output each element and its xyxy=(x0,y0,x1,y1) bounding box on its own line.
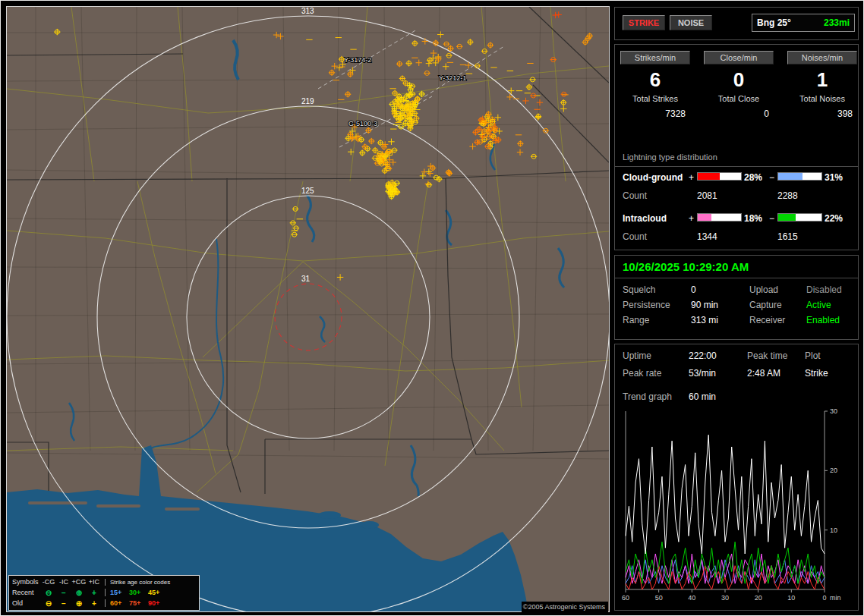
upload-status: Disabled xyxy=(806,284,842,295)
map-legend: Symbols -CG -IC +CG +IC Strike age color… xyxy=(8,575,200,611)
lightning-tracker-window: 31321912531 Y-3174-2Y-3212-1G-5100-3 Sym… xyxy=(0,0,864,616)
cg-plus-bar xyxy=(697,172,742,181)
legend-age-header: Strike age color codes xyxy=(105,579,196,586)
range-value: 313 mi xyxy=(691,315,718,325)
svg-text:10: 10 xyxy=(787,594,795,602)
trend-window-value: 60 min xyxy=(689,391,716,402)
svg-text:0: 0 xyxy=(822,594,826,602)
settings-row: Squelch 0 Upload Disabled xyxy=(615,284,858,297)
circle-minus-icon: ⊖ xyxy=(41,589,56,597)
persistence-label: Persistence xyxy=(623,300,670,310)
count-label: Count xyxy=(623,190,647,201)
plot-value: Strike xyxy=(805,368,828,379)
svg-text:40: 40 xyxy=(688,594,695,602)
svg-text:30: 30 xyxy=(721,594,729,602)
receiver-label: Receiver xyxy=(749,315,785,325)
svg-text:20: 20 xyxy=(755,594,762,602)
uptime-label: Uptime xyxy=(623,350,651,361)
close-per-min-value: 0 xyxy=(704,64,774,92)
total-close-value: 0 xyxy=(704,108,774,119)
ic-plus-pct: 18% xyxy=(744,213,762,224)
noise-mode-button[interactable]: NOISE xyxy=(670,15,712,30)
datetime-display: 10/26/2025 10:29:20 AM xyxy=(623,260,749,273)
svg-text:Y-3174-2: Y-3174-2 xyxy=(344,56,371,64)
ic-plus-count: 1344 xyxy=(697,231,717,242)
svg-text:min: min xyxy=(830,594,841,602)
separator xyxy=(615,278,858,278)
close-column: Close/min 0 Total Close 0 xyxy=(704,50,774,119)
settings-row: Persistence 90 min Capture Active xyxy=(615,300,858,312)
map-container: 31321912531 Y-3174-2Y-3212-1G-5100-3 xyxy=(6,6,610,612)
legend-recent-ages: 15+ 30+ 45+ xyxy=(105,589,167,596)
svg-text:30: 30 xyxy=(830,407,837,415)
age-30: 30+ xyxy=(129,589,148,596)
svg-text:Y-3212-1: Y-3212-1 xyxy=(439,74,466,82)
intracloud-count-row: Count 1344 1615 xyxy=(615,231,858,242)
lightning-map[interactable]: 31321912531 Y-3174-2Y-3212-1G-5100-3 xyxy=(7,7,609,611)
cg-minus-bar-fill xyxy=(778,173,803,180)
svg-text:219: 219 xyxy=(301,97,314,105)
circle-minus-icon: ⊖ xyxy=(41,599,56,608)
svg-text:31: 31 xyxy=(301,275,311,283)
plot-label: Plot xyxy=(805,350,821,361)
peak-rate-value: 53/min xyxy=(689,368,716,379)
intracloud-label: Intracloud xyxy=(623,213,667,224)
strikes-per-min-value: 6 xyxy=(620,64,690,92)
trend-label-row: Trend graph 60 min xyxy=(615,391,858,404)
svg-text:125: 125 xyxy=(301,187,314,195)
cg-plus-pct: 28% xyxy=(744,172,762,183)
legend-recent-row: Recent ⊖ − ⊕ + 15+ 30+ 45+ xyxy=(12,587,196,598)
peak-time-value: 2:48 AM xyxy=(747,368,780,379)
noises-per-min-value: 1 xyxy=(787,64,857,92)
age-75: 75+ xyxy=(129,599,148,607)
plus-icon: + xyxy=(87,599,102,608)
status-row: Peak rate 53/min 2:48 AM Strike xyxy=(615,368,858,380)
settings-panel: 10/26/2025 10:29:20 AM Squelch 0 Upload … xyxy=(614,255,859,340)
ic-minus-count: 1615 xyxy=(777,231,798,242)
legend-symbols-header: Symbols xyxy=(12,578,41,586)
age-90: 90+ xyxy=(148,599,167,607)
bearing-value: Bng 25° xyxy=(757,17,791,28)
cloud-ground-label: Cloud-ground xyxy=(623,172,683,183)
peak-rate-label: Peak rate xyxy=(623,368,661,379)
ic-minus-bar xyxy=(777,213,822,222)
legend-old-row: Old ⊖ − ⊕ + 60+ 75+ 90+ xyxy=(12,598,196,608)
squelch-value: 0 xyxy=(691,284,696,295)
distribution-title: Lightning type distribution xyxy=(623,152,717,162)
trend-graph-label: Trend graph xyxy=(623,391,672,402)
legend-header-row: Symbols -CG -IC +CG +IC Strike age color… xyxy=(12,577,196,587)
status-row: Uptime 222:00 Peak time Plot xyxy=(615,350,858,363)
trend-graph: 1020306050403020100min xyxy=(615,405,859,608)
legend-type-neg-cg: -CG xyxy=(41,578,56,586)
trend-panel: Uptime 222:00 Peak time Plot Peak rate 5… xyxy=(614,344,859,611)
plus-icon: + xyxy=(87,589,102,597)
upload-label: Upload xyxy=(749,284,778,295)
noises-column: Noises/min 1 Total Noises 398 xyxy=(787,50,857,119)
capture-status: Active xyxy=(806,300,831,310)
strike-mode-button[interactable]: STRIKE xyxy=(623,15,665,30)
total-strikes-label: Total Strikes xyxy=(620,94,690,103)
minus-icon: − xyxy=(56,589,71,597)
plus-sign: + xyxy=(689,213,694,224)
cg-minus-count: 2288 xyxy=(777,190,798,201)
svg-text:313: 313 xyxy=(301,7,314,15)
minus-sign: − xyxy=(769,213,774,224)
legend-type-pos-ic: +IC xyxy=(87,578,102,586)
strikes-per-min-button[interactable]: Strikes/min xyxy=(620,51,690,64)
legend-type-pos-cg: +CG xyxy=(71,578,87,586)
ic-plus-bar xyxy=(697,213,742,222)
ic-minus-pct: 22% xyxy=(825,213,843,224)
cloud-ground-row: Cloud-ground + 28% − 31% xyxy=(615,172,858,183)
cg-minus-pct: 31% xyxy=(825,172,843,183)
circle-plus-icon: ⊕ xyxy=(71,589,87,597)
age-45: 45+ xyxy=(148,589,167,596)
persistence-value: 90 min xyxy=(691,300,718,310)
bearing-readout: Bng 25° 233mi xyxy=(752,14,855,32)
legend-old-ages: 60+ 75+ 90+ xyxy=(105,599,167,607)
noises-per-min-button[interactable]: Noises/min xyxy=(787,51,857,64)
close-per-min-button[interactable]: Close/min xyxy=(704,51,774,64)
svg-text:20: 20 xyxy=(830,467,837,474)
legend-recent-label: Recent xyxy=(12,589,41,596)
cg-minus-bar xyxy=(777,172,822,181)
count-label: Count xyxy=(623,231,647,242)
